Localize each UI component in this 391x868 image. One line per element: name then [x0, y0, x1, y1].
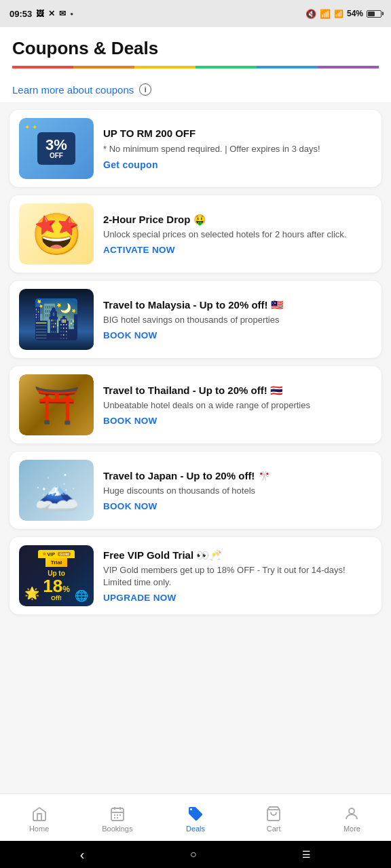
wifi-icon: 📶 [320, 9, 331, 19]
battery-percent: 54% [347, 9, 363, 18]
nav-label-deals: Deals [186, 825, 205, 833]
nav-item-bookings[interactable]: Bookings [78, 800, 156, 833]
deal-cta[interactable]: BOOK NOW [103, 330, 372, 340]
deal-desc: VIP Gold members get up to 18% OFF - Try… [103, 564, 372, 589]
battery-icon [367, 10, 381, 18]
status-left: 09:53 🖼 ✕ ✉ ● [10, 9, 73, 19]
deal-desc: * No minimum spend required. | Offer exp… [103, 143, 372, 155]
time: 09:53 [10, 9, 32, 19]
deal-image-pricedrop: 🤩 [19, 203, 94, 264]
deal-cta[interactable]: UPGRADE NOW [103, 593, 372, 603]
deal-cta[interactable]: ACTIVATE NOW [103, 245, 372, 255]
status-right: 🔇 📶 📶 54% [305, 9, 381, 19]
deal-content-japan: Travel to Japan - Up to 20% off! 🎌 Huge … [103, 469, 372, 512]
nav-label-more: More [343, 825, 360, 833]
recents-button[interactable]: ☰ [288, 845, 324, 864]
deal-card-japan[interactable]: 🗻 Travel to Japan - Up to 20% off! 🎌 Hug… [10, 452, 381, 529]
deal-card-price-drop[interactable]: 🤩 2-Hour Price Drop 🤑 Unlock special pri… [10, 195, 381, 273]
nav-item-deals[interactable]: Deals [156, 800, 234, 833]
status-bar: 09:53 🖼 ✕ ✉ ● 🔇 📶 📶 54% [0, 0, 391, 27]
learn-more-link[interactable]: Learn more about coupons [12, 84, 134, 96]
more-icon [343, 806, 360, 822]
deal-title: Free VIP Gold Trial 👀🥂 [103, 549, 372, 562]
deal-image-japan: 🗻 [19, 460, 94, 521]
deal-title: Travel to Thailand - Up to 20% off! 🇹🇭 [103, 384, 372, 397]
email-icon: ✉ [59, 9, 66, 18]
page-title: Coupons & Deals [12, 38, 379, 59]
nav-item-more[interactable]: More [313, 800, 391, 833]
deal-cta[interactable]: BOOK NOW [103, 501, 372, 511]
deal-desc: Unbeatable hotel deals on a wide range o… [103, 399, 372, 412]
svg-rect-0 [111, 808, 124, 821]
deal-card-thailand[interactable]: ⛩️ Travel to Thailand - Up to 20% off! 🇹… [10, 366, 381, 443]
nav-label-home: Home [29, 825, 49, 833]
deal-cta[interactable]: Get coupon [103, 159, 372, 170]
deal-title: 2-Hour Price Drop 🤑 [103, 213, 372, 226]
deal-image-malaysia: 🌃 [19, 289, 94, 350]
deal-card-vip-gold[interactable]: ★VIP Gold Trial Up to 18% Off! 🌟 🌐 [10, 537, 381, 614]
pricedrop-emoji: 🤩 [31, 210, 82, 258]
deal-desc: BIG hotel savings on thousands of proper… [103, 314, 372, 326]
deals-list: ✦ ✦ 3% OFF UP TO RM 200 OFF * No minimum… [0, 103, 391, 621]
cart-icon [265, 806, 282, 822]
back-button[interactable]: ‹ [67, 843, 98, 867]
coupon-badge: 3% OFF [37, 132, 75, 165]
stars-decoration: ✦ ✦ [24, 123, 37, 131]
deal-image-thailand: ⛩️ [19, 374, 94, 435]
gallery-icon: 🖼 [36, 9, 44, 18]
vip-badge: ★VIP Gold Trial Up to 18% Off! [38, 550, 75, 601]
mute-icon: 🔇 [305, 9, 316, 19]
home-icon [31, 806, 48, 822]
nav-label-bookings: Bookings [102, 825, 132, 833]
rainbow-bar [12, 66, 379, 68]
deal-content-vip: Free VIP Gold Trial 👀🥂 VIP Gold members … [103, 549, 372, 604]
info-icon[interactable]: i [139, 83, 151, 96]
deals-icon [187, 806, 204, 822]
deal-title: Travel to Japan - Up to 20% off! 🎌 [103, 469, 372, 483]
bottom-nav: Home Bookings Deals Cart More [0, 793, 391, 841]
signal-icon: 📶 [334, 9, 343, 18]
deal-content-pricedrop: 2-Hour Price Drop 🤑 Unlock special price… [103, 213, 372, 256]
deal-title: UP TO RM 200 OFF [103, 127, 372, 140]
bookings-icon [109, 806, 126, 822]
deals-scroll-area: ✦ ✦ 3% OFF UP TO RM 200 OFF * No minimum… [0, 103, 391, 793]
deal-content-malaysia: Travel to Malaysia - Up to 20% off! 🇲🇾 B… [103, 298, 372, 341]
dot-indicator: ● [70, 11, 73, 17]
deal-image-coupon: ✦ ✦ 3% OFF [19, 118, 94, 179]
location-icon: ✕ [48, 9, 55, 18]
deal-desc: Unlock special prices on selected hotels… [103, 229, 372, 241]
svg-point-2 [349, 808, 354, 814]
deal-card-coupon-200[interactable]: ✦ ✦ 3% OFF UP TO RM 200 OFF * No minimum… [10, 110, 381, 187]
system-nav: ‹ ○ ☰ [0, 841, 391, 868]
nav-item-cart[interactable]: Cart [235, 800, 313, 833]
deal-desc: Huge discounts on thousands of hotels [103, 485, 372, 497]
learn-more-section[interactable]: Learn more about coupons i [0, 74, 391, 103]
deal-card-malaysia[interactable]: 🌃 Travel to Malaysia - Up to 20% off! 🇲🇾… [10, 281, 381, 358]
deal-content-coupon: UP TO RM 200 OFF * No minimum spend requ… [103, 127, 372, 170]
deal-image-vip: ★VIP Gold Trial Up to 18% Off! 🌟 🌐 [19, 545, 94, 606]
deal-cta[interactable]: BOOK NOW [103, 416, 372, 426]
home-button[interactable]: ○ [176, 844, 210, 865]
nav-item-home[interactable]: Home [0, 800, 78, 833]
header: Coupons & Deals [0, 27, 391, 74]
deal-title: Travel to Malaysia - Up to 20% off! 🇲🇾 [103, 298, 372, 312]
nav-label-cart: Cart [267, 825, 281, 833]
deal-content-thailand: Travel to Thailand - Up to 20% off! 🇹🇭 U… [103, 384, 372, 427]
